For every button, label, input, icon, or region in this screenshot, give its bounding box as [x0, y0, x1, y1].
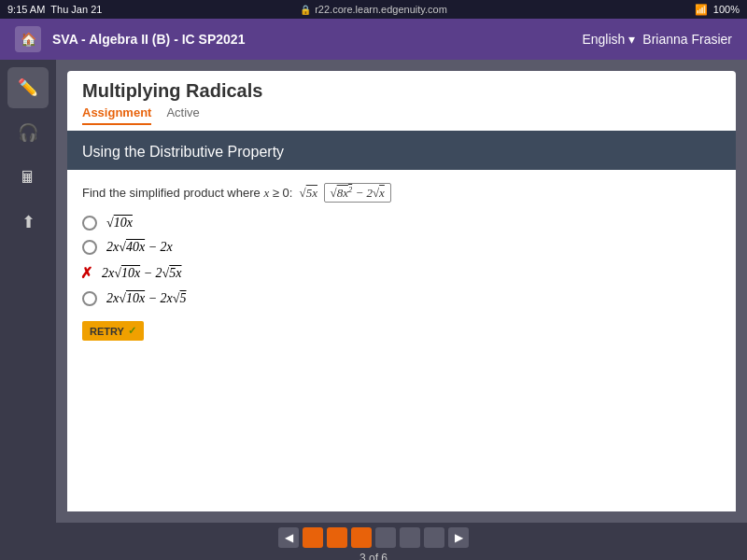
answer-option-4[interactable]: 2x√10x − 2x√5	[82, 291, 721, 306]
sidebar-item-headphones[interactable]: 🎧	[7, 112, 49, 153]
home-button[interactable]: 🏠	[15, 26, 41, 52]
time-display: 9:15 AM	[7, 4, 45, 15]
sidebar-item-pencil[interactable]: ✏️	[7, 67, 49, 108]
lesson-title: Multiplying Radicals	[82, 80, 721, 102]
page-count: 3 of 6	[359, 552, 388, 560]
answer-option-3[interactable]: ✗ 2x√10x − 2√5x	[82, 264, 721, 282]
wifi-icon: 📶	[695, 4, 708, 16]
language-selector[interactable]: English ▾	[582, 32, 635, 47]
answer-section: Find the simplified product where x ≥ 0:…	[67, 170, 736, 511]
page-2[interactable]	[327, 527, 347, 548]
option-3-text: 2x√10x − 2√5x	[102, 266, 181, 281]
sidebar-item-calculator[interactable]: 🖩	[7, 157, 49, 198]
page-6[interactable]	[424, 527, 444, 548]
radio-option-4[interactable]	[82, 291, 97, 306]
chevron-down-icon: ▾	[628, 32, 635, 47]
status-bar: 9:15 AM Thu Jan 21 🔒 r22.core.learn.edge…	[0, 0, 747, 19]
page-4[interactable]	[375, 527, 396, 548]
tab-active[interactable]: Active	[166, 105, 199, 125]
lesson-header: Multiplying Radicals Assignment Active	[67, 71, 736, 131]
option-1-text: √10x	[106, 216, 133, 231]
question-prompt: Find the simplified product where x ≥ 0:…	[82, 185, 721, 201]
content-area: Multiplying Radicals Assignment Active U…	[56, 60, 747, 523]
pagination-bar: ◀ ▶ 3 of 6	[0, 523, 747, 560]
question-card-title: Using the Distributive Property	[82, 144, 284, 160]
page-1[interactable]	[303, 527, 323, 548]
next-page-button[interactable]: ▶	[448, 527, 469, 548]
radio-option-2[interactable]	[82, 240, 97, 255]
answer-option-1[interactable]: √10x	[82, 216, 721, 231]
sidebar-item-upload[interactable]: ⬆	[7, 202, 49, 243]
question-card-header: Using the Distributive Property	[67, 131, 736, 170]
question-condition: x	[263, 186, 269, 200]
date-display: Thu Jan 21	[50, 4, 102, 15]
retry-label: RETRY	[90, 326, 124, 337]
checkmark-icon: ✓	[128, 325, 136, 337]
retry-button[interactable]: RETRY ✓	[82, 321, 144, 341]
user-name: Brianna Frasier	[642, 32, 732, 47]
sidebar: ✏️ 🎧 🖩 ⬆	[0, 60, 56, 523]
option-4-text: 2x√10x − 2x√5	[106, 291, 186, 306]
answer-option-2[interactable]: 2x√40x − 2x	[82, 240, 721, 255]
course-title: SVA - Algebra II (B) - IC SP2021	[52, 32, 245, 47]
page-5[interactable]	[400, 527, 420, 548]
tab-assignment[interactable]: Assignment	[82, 105, 151, 125]
wrong-indicator: ✗	[80, 264, 92, 282]
top-nav: 🏠 SVA - Algebra II (B) - IC SP2021 Engli…	[0, 19, 747, 60]
pagination-controls: ◀ ▶	[278, 527, 469, 548]
question-expression: √5x √8x2 − 2√x	[300, 183, 391, 203]
language-label: English	[582, 32, 625, 47]
answer-options: √10x 2x√40x − 2x ✗ 2x√10x − 2√5x 2x√10x …	[82, 216, 721, 306]
url-display: r22.core.learn.edgenuity.com	[315, 4, 447, 15]
page-3[interactable]	[351, 527, 372, 548]
prev-page-button[interactable]: ◀	[278, 527, 299, 548]
battery-display: 100%	[713, 4, 740, 15]
lesson-tabs: Assignment Active	[82, 105, 721, 125]
radio-option-1[interactable]	[82, 216, 97, 231]
option-2-text: 2x√40x − 2x	[106, 240, 173, 255]
